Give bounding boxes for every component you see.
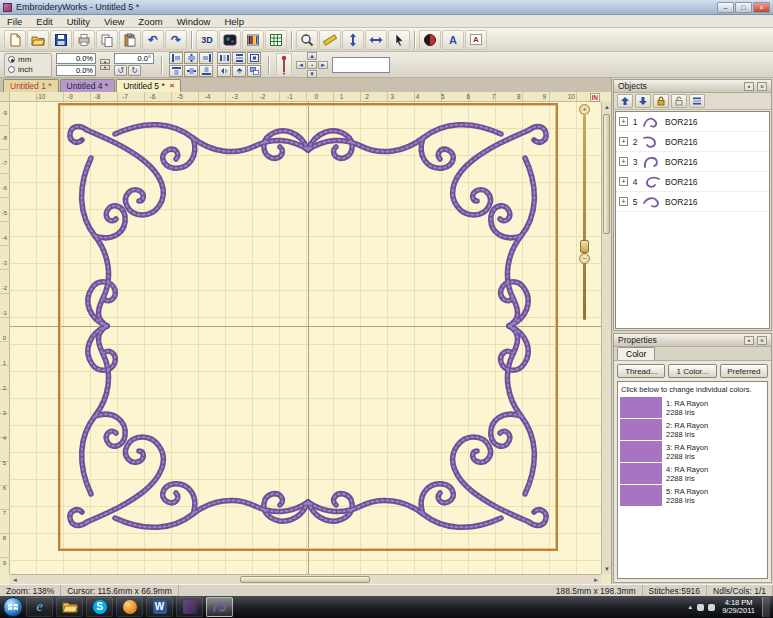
color-swatch[interactable]	[620, 441, 662, 463]
color-palette-icon[interactable]	[242, 30, 264, 50]
taskbar-purple-app-icon[interactable]	[176, 597, 203, 617]
distribute-h-icon[interactable]	[217, 52, 231, 64]
close-icon[interactable]: ×	[757, 82, 767, 91]
measure-tool-icon[interactable]	[319, 30, 341, 50]
fit-vertical-icon[interactable]	[342, 30, 364, 50]
object-row[interactable]: + 1 BOR216	[616, 112, 769, 132]
needle-tool-icon[interactable]	[276, 53, 292, 77]
start-button[interactable]	[3, 597, 23, 617]
select-tool-icon[interactable]	[388, 30, 410, 50]
text-edit-icon[interactable]: A	[465, 30, 487, 50]
menu-zoom[interactable]: Zoom	[131, 16, 169, 27]
maximize-button[interactable]: □	[735, 2, 752, 13]
x-scale-input[interactable]	[56, 53, 96, 64]
tab-color[interactable]: Color	[617, 347, 655, 360]
show-desktop-button[interactable]	[762, 597, 770, 617]
align-right-icon[interactable]	[199, 52, 213, 64]
zoom-slider[interactable]: + −	[578, 104, 591, 264]
close-button[interactable]: ×	[753, 2, 770, 13]
redo-icon[interactable]: ↷	[165, 30, 187, 50]
tab-untitled-4[interactable]: Untitled 4 *	[60, 79, 116, 92]
thread-colors-icon[interactable]	[419, 30, 441, 50]
pin-icon[interactable]: ▪	[744, 82, 754, 91]
align-top-icon[interactable]	[169, 65, 183, 77]
color-row[interactable]: 4: RA Rayon 2288 Iris	[620, 463, 765, 485]
realistic-view-icon[interactable]	[219, 30, 241, 50]
menu-view[interactable]: View	[97, 16, 131, 27]
taskbar-clock[interactable]: 4:18 PM 9/29/2011	[719, 599, 758, 616]
align-left-icon[interactable]	[169, 52, 183, 64]
menu-window[interactable]: Window	[170, 16, 218, 27]
tray-expand-icon[interactable]: ▲	[687, 604, 693, 610]
menu-help[interactable]: Help	[217, 16, 251, 27]
tab-close-icon[interactable]: ×	[170, 82, 175, 90]
nudge-center-button[interactable]: •	[307, 61, 317, 69]
taskbar-file-explorer-icon[interactable]	[56, 597, 83, 617]
expand-icon[interactable]: +	[619, 117, 628, 126]
object-row[interactable]: + 3 BOR216	[616, 152, 769, 172]
color-swatch[interactable]	[620, 419, 662, 441]
color-row[interactable]: 2: RA Rayon 2288 Iris	[620, 419, 765, 441]
print-icon[interactable]	[73, 30, 95, 50]
preferred-button[interactable]: Preferred	[720, 364, 768, 378]
paste-icon[interactable]	[119, 30, 141, 50]
unit-mm-radio[interactable]: mm	[8, 55, 48, 64]
fit-horizontal-icon[interactable]	[365, 30, 387, 50]
tray-network-icon[interactable]	[697, 604, 704, 611]
distribute-v-icon[interactable]	[232, 52, 246, 64]
horizontal-scroll-thumb[interactable]	[240, 576, 370, 583]
color-swatch[interactable]	[620, 485, 662, 507]
menu-utility[interactable]: Utility	[60, 16, 97, 27]
objects-panel-header[interactable]: Objects ▪ ×	[614, 80, 771, 93]
lock-icon[interactable]	[653, 94, 669, 108]
sequence-icon[interactable]	[689, 94, 705, 108]
pin-icon[interactable]: ▪	[744, 336, 754, 345]
zoom-in-button[interactable]: +	[579, 104, 590, 115]
move-up-icon[interactable]	[617, 94, 633, 108]
expand-icon[interactable]: +	[619, 197, 628, 206]
group-icon[interactable]	[247, 65, 261, 77]
color-swatch[interactable]	[620, 397, 662, 419]
align-middle-v-icon[interactable]	[184, 65, 198, 77]
nudge-down-button[interactable]: ▼	[307, 70, 317, 78]
lettering-icon[interactable]: A	[442, 30, 464, 50]
unlock-icon[interactable]	[671, 94, 687, 108]
taskbar-skype-icon[interactable]: S	[86, 597, 113, 617]
color-row[interactable]: 5: RA Rayon 2288 Iris	[620, 485, 765, 507]
nudge-up-button[interactable]: ▲	[307, 52, 317, 60]
title-bar[interactable]: EmbroideryWorks - Untitled 5 * – □ ×	[0, 0, 773, 15]
vertical-scrollbar[interactable]: ▲ ▼	[601, 102, 611, 574]
zoom-out-button[interactable]: −	[579, 253, 590, 264]
taskbar-media-player-icon[interactable]	[116, 597, 143, 617]
object-row[interactable]: + 4 BOR216	[616, 172, 769, 192]
nudge-left-button[interactable]: ◄	[296, 61, 306, 69]
expand-icon[interactable]: +	[619, 137, 628, 146]
tab-untitled-5[interactable]: Untitled 5 * ×	[116, 79, 181, 92]
thread-button[interactable]: Thread...	[617, 364, 665, 378]
taskbar-word-icon[interactable]: W	[146, 597, 173, 617]
zoom-slider-handle[interactable]	[580, 240, 589, 253]
flip-h-icon[interactable]	[217, 65, 231, 77]
object-row[interactable]: + 2 BOR216	[616, 132, 769, 152]
menu-edit[interactable]: Edit	[29, 16, 59, 27]
zoom-slider-track[interactable]	[583, 115, 586, 320]
expand-icon[interactable]: +	[619, 157, 628, 166]
rotate-ccw-button[interactable]: ↺	[114, 65, 127, 76]
tray-volume-icon[interactable]	[708, 604, 715, 611]
one-color-button[interactable]: 1 Color...	[668, 364, 716, 378]
flip-v-icon[interactable]	[232, 65, 246, 77]
object-row[interactable]: + 5 BOR216	[616, 192, 769, 212]
scale-spin-down[interactable]: ▼	[100, 65, 110, 70]
scroll-down-icon[interactable]: ▼	[602, 564, 612, 574]
close-icon[interactable]: ×	[757, 336, 767, 345]
color-row[interactable]: 3: RA Rayon 2288 Iris	[620, 441, 765, 463]
minimize-button[interactable]: –	[717, 2, 734, 13]
expand-icon[interactable]: +	[619, 177, 628, 186]
undo-icon[interactable]: ↶	[142, 30, 164, 50]
taskbar-internet-explorer-icon[interactable]: e	[26, 597, 53, 617]
align-bottom-icon[interactable]	[199, 65, 213, 77]
move-down-icon[interactable]	[635, 94, 651, 108]
taskbar-embroideryworks-icon[interactable]	[206, 597, 233, 617]
rotate-cw-button[interactable]: ↻	[128, 65, 141, 76]
color-swatch[interactable]	[620, 463, 662, 485]
